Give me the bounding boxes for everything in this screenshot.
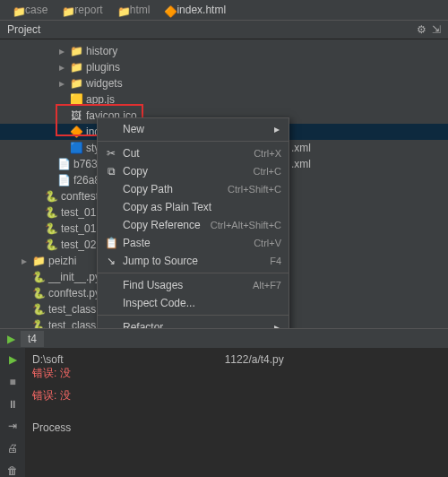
menu-separator	[98, 141, 289, 142]
tree-folder-widgets[interactable]: ▸📁widgets	[0, 75, 448, 91]
tree-folder-history[interactable]: ▸📁history	[0, 43, 448, 59]
menu-inspect[interactable]: Inspect Code...	[98, 294, 289, 312]
folder-icon: 📁	[70, 45, 82, 57]
menu-find-usages[interactable]: Find UsagesAlt+F7	[98, 276, 289, 294]
project-panel-title: Project	[7, 23, 40, 36]
console-path-tail: 1122/a/t4.py	[225, 353, 284, 366]
tab-index-html[interactable]: 🔶index.html	[159, 4, 231, 16]
print-button[interactable]: 🖨	[5, 442, 20, 455]
menu-separator	[98, 273, 289, 273]
console-error-2: 错误: 没	[32, 388, 441, 403]
tab-label: html	[130, 4, 151, 16]
folder-icon: 📁	[70, 77, 82, 90]
python-icon: 🐍	[45, 222, 57, 235]
paste-icon: 📋	[105, 237, 117, 249]
python-icon: 🐍	[32, 287, 45, 299]
tab-label: index.html	[177, 4, 226, 16]
python-icon: 🐍	[45, 190, 57, 203]
rerun-button[interactable]: ▶	[5, 353, 20, 367]
menu-copy[interactable]: ⧉CopyCtrl+C	[98, 162, 289, 180]
step-button[interactable]: ⇥	[5, 420, 20, 433]
js-icon: 🟨	[70, 93, 82, 106]
python-icon: 🐍	[32, 303, 45, 316]
menu-copy-plain[interactable]: Copy as Plain Text	[98, 198, 289, 216]
run-panel: ▶ t4 ▶ ■ ⏸ ⇥ 🖨 🗑 D:\soft1122/a/t4.py 错误:…	[0, 328, 448, 477]
collapse-icon[interactable]: ⇲	[432, 23, 441, 36]
tree-file-app-js[interactable]: 🟨app.js	[0, 91, 448, 108]
html-icon: 🔶	[164, 5, 173, 14]
folder-icon: 📁	[62, 5, 71, 14]
chevron-right-icon[interactable]: ▸	[20, 255, 29, 267]
console-process: Process	[32, 421, 441, 434]
chevron-right-icon[interactable]: ▸	[57, 77, 66, 90]
menu-new[interactable]: New▸	[98, 120, 289, 138]
tab-label: case	[25, 4, 47, 16]
folder-icon: 📁	[117, 5, 126, 14]
menu-cut[interactable]: ✂CutCtrl+X	[98, 144, 289, 162]
console-error-1: 错误: 没	[32, 366, 441, 381]
tab-report[interactable]: 📁report	[56, 4, 108, 16]
console-output[interactable]: D:\soft1122/a/t4.py 错误: 没 错误: 没 Process	[25, 348, 448, 477]
image-icon: 🖼	[70, 109, 82, 122]
file-icon: 📄	[57, 174, 70, 186]
folder-icon: 📁	[13, 5, 22, 14]
tree-file-xml2[interactable]: .xml	[291, 158, 311, 170]
tab-label: report	[74, 4, 102, 16]
menu-copy-ref[interactable]: Copy ReferenceCtrl+Alt+Shift+C	[98, 216, 289, 234]
chevron-right-icon: ▸	[274, 123, 281, 135]
editor-tabs: 📁case 📁report 📁html 🔶index.html	[0, 0, 448, 20]
pause-button[interactable]: ⏸	[5, 397, 20, 411]
jump-icon: ↘	[105, 255, 117, 267]
cut-icon: ✂	[105, 147, 117, 160]
file-icon: 📄	[57, 158, 70, 170]
trash-button[interactable]: 🗑	[5, 464, 20, 477]
tab-html[interactable]: 📁html	[112, 4, 156, 16]
gear-icon[interactable]: ⚙	[417, 23, 426, 36]
python-icon: 🐍	[45, 238, 57, 251]
menu-paste[interactable]: 📋PasteCtrl+V	[98, 234, 289, 252]
python-icon: 🐍	[45, 206, 57, 219]
copy-icon: ⧉	[105, 165, 117, 178]
html-icon: 🔶	[70, 126, 82, 138]
python-icon: 🐍	[32, 271, 45, 283]
menu-jump[interactable]: ↘Jump to SourceF4	[98, 252, 289, 270]
project-panel-header: Project ⚙ ⇲	[0, 20, 448, 39]
chevron-right-icon[interactable]: ▸	[57, 45, 66, 57]
tree-file-xml1[interactable]: .xml	[291, 142, 311, 154]
stop-button[interactable]: ■	[5, 376, 20, 389]
run-panel-header: ▶ t4	[0, 328, 448, 348]
run-gutter: ▶ ■ ⏸ ⇥ 🖨 🗑	[0, 348, 25, 477]
folder-icon: 📁	[32, 255, 45, 267]
menu-separator	[98, 315, 289, 316]
chevron-right-icon[interactable]: ▸	[57, 61, 66, 74]
folder-icon: 📁	[70, 61, 82, 74]
tab-case[interactable]: 📁case	[7, 4, 53, 16]
tree-folder-plugins[interactable]: ▸📁plugins	[0, 59, 448, 75]
menu-copy-path[interactable]: Copy PathCtrl+Shift+C	[98, 180, 289, 198]
css-icon: 🟦	[70, 142, 82, 154]
run-icon: ▶	[7, 333, 15, 345]
console-path: D:\soft	[32, 353, 64, 366]
run-tab[interactable]: t4	[21, 331, 44, 347]
